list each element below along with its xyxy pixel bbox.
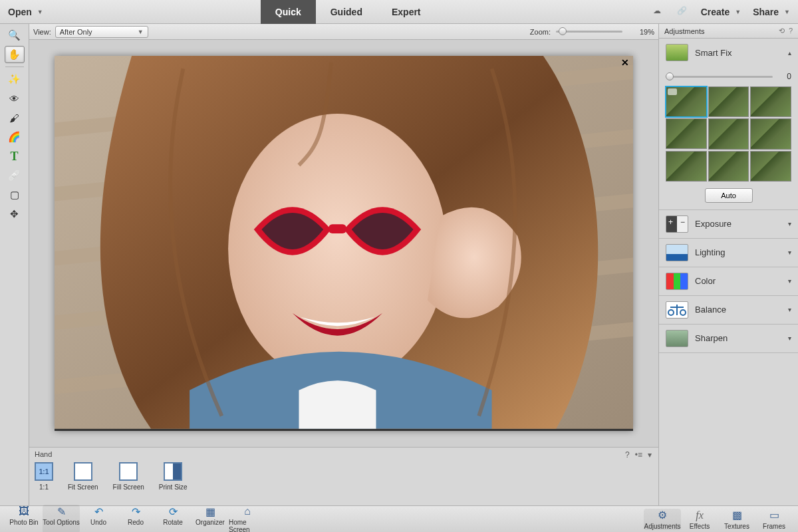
smart-fix-preset-4[interactable] [666,118,707,149]
create-menu[interactable]: Create▼ [701,7,741,17]
adjustments-tab-button[interactable]: ⚙Adjustments [644,509,681,530]
fill-screen-label: Fill Screen [113,483,144,491]
redo-button[interactable]: ↷Redo [117,505,154,532]
hand-tool[interactable]: ✋ [5,46,25,63]
exposure-section: Exposure▾ [659,210,798,239]
close-icon[interactable]: ✕ [621,57,629,68]
help-icon[interactable]: ? [789,27,793,35]
effects-tab-button[interactable]: fxEffects [681,509,718,530]
canvas-area: ✕ [29,40,658,447]
share-menu[interactable]: Share▼ [753,7,790,17]
svg-point-6 [228,114,447,384]
smart-fix-preset-9[interactable] [750,151,791,182]
chevron-down-icon: ▼ [138,29,144,35]
rotate-icon: ⟳ [166,505,180,518]
zoom-tool[interactable]: 🔍 [5,27,25,44]
mode-tabs: QuickGuidedExpert [43,0,653,24]
smart-fix-preset-2[interactable] [708,86,749,117]
undo-button[interactable]: ↶Undo [80,505,117,532]
smart-fix-preset-6[interactable] [750,118,791,149]
healing-tool[interactable]: 🩹 [5,167,25,184]
view-dropdown[interactable]: After Only▼ [55,26,148,38]
color-section: Color▾ [659,267,798,296]
textures-tab-icon: ▩ [730,509,744,522]
smart-fix-preset-5[interactable] [708,118,749,149]
tool-palette: 🔍✋✨👁🖌🌈T🩹▢✥ [0,24,29,505]
sharpen-icon [666,330,688,347]
fit-screen-label: Fit Screen [68,483,98,491]
smart-fix-preset-1[interactable] [666,86,707,117]
photo-bin-icon: 🖼 [17,505,31,518]
auto-button[interactable]: Auto [705,188,753,203]
redo-label: Redo [128,519,144,526]
move-tool[interactable]: ✥ [5,205,25,223]
image-canvas[interactable]: ✕ [55,56,633,430]
smart-fix-section: Smart Fix ▴ 0 Auto [659,39,798,210]
smart-fix-header[interactable]: Smart Fix ▴ [659,39,798,66]
tool-options-button[interactable]: ✎Tool Options [43,505,80,532]
open-menu[interactable]: Open▼ [8,7,43,17]
tool-options-panel: Hand 1:11:1Fit ScreenFill ScreenPrint Si… [29,447,658,505]
reset-icon[interactable]: ⟲ [779,27,785,35]
zoom-slider[interactable] [556,31,622,33]
expand-icon: ▾ [788,306,791,313]
link-icon[interactable]: 🔗 [677,6,689,18]
frames-tab-button[interactable]: ▭Frames [755,509,793,530]
panel-header: Adjustments ⟲ ? [659,24,798,39]
collapse-icon[interactable]: ▾ [648,450,652,460]
fit-screen-button[interactable]: Fit Screen [68,462,98,491]
collapse-icon: ▴ [788,49,791,57]
whiten-tool[interactable]: 🖌 [5,109,25,126]
expand-icon: ▾ [788,220,791,227]
balance-header[interactable]: Balance▾ [659,296,798,324]
home-screen-button[interactable]: ⌂Home Screen [229,505,266,532]
svg-point-11 [680,310,686,315]
organizer-label: Organizer [196,519,225,526]
dropdown-icon: ▼ [735,9,741,15]
undo-icon: ↶ [91,505,106,518]
rotate-button[interactable]: ⟳Rotate [154,505,192,532]
organizer-button[interactable]: ▦Organizer [192,505,229,532]
exposure-header[interactable]: Exposure▾ [659,210,798,238]
redeye-tool[interactable]: 👁 [5,90,25,107]
mode-tab-quick[interactable]: Quick [261,0,316,24]
smart-fix-preset-7[interactable] [666,151,707,182]
svg-point-10 [668,310,674,315]
photo-bin-button[interactable]: 🖼Photo Bin [5,505,43,532]
lighting-header[interactable]: Lighting▾ [659,239,798,267]
exposure-icon [666,215,688,233]
expand-icon: ▾ [788,334,791,342]
straighten-tool[interactable]: 🌈 [5,128,25,146]
top-menu-bar: Open▼ QuickGuidedExpert ☁ 🔗 Create▼ Shar… [0,0,798,24]
zoom-label: Zoom: [530,28,551,36]
crop-tool[interactable]: ▢ [5,186,25,203]
text-tool[interactable]: T [5,148,25,165]
mode-tab-expert[interactable]: Expert [377,0,436,24]
quick-select-tool[interactable]: ✨ [5,70,25,88]
panel-menu-icon[interactable]: •≡ [635,450,642,460]
color-header[interactable]: Color▾ [659,267,798,295]
smart-fix-slider[interactable] [666,76,773,78]
sharpen-section: Sharpen▾ [659,325,798,353]
smart-fix-preset-8[interactable] [708,151,749,182]
textures-tab-button[interactable]: ▩Textures [718,509,755,530]
one-to-one-button[interactable]: 1:11:1 [35,462,53,491]
home-screen-icon: ⌂ [240,505,255,518]
zoom-value: 19% [628,28,654,36]
smart-fix-preset-3[interactable] [750,86,791,117]
frames-tab-label: Frames [763,523,785,530]
svg-rect-7 [329,225,346,234]
mode-tab-guided[interactable]: Guided [316,0,377,24]
fill-screen-button[interactable]: Fill Screen [113,462,144,491]
photo-placeholder [55,56,633,429]
adjustments-tab-icon: ⚙ [655,509,670,522]
expand-icon: ▾ [788,249,791,256]
cloud-icon[interactable]: ☁ [653,6,665,18]
adjustments-panel: Adjustments ⟲ ? Smart Fix ▴ 0 Auto Expos… [658,24,798,505]
textures-tab-label: Textures [724,523,749,530]
print-size-button[interactable]: Print Size [159,462,188,491]
sharpen-header[interactable]: Sharpen▾ [659,325,798,352]
effects-tab-icon: fx [692,509,707,522]
help-icon[interactable]: ? [625,450,630,460]
tool-options-icon: ✎ [54,505,68,518]
